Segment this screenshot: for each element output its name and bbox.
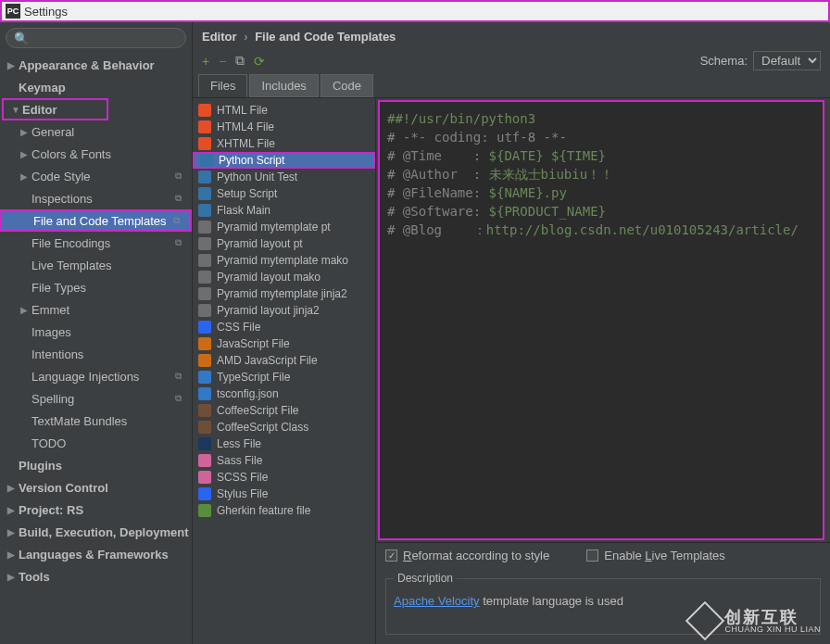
tree-node-file-and-code-templates[interactable]: File and Code Templates⧉ [0,209,192,232]
template-item-pyramid-layout-jinja2[interactable]: Pyramid layout jinja2 [193,302,375,319]
tree-node-code-style[interactable]: ▶Code Style⧉ [0,165,192,187]
file-label: Python Unit Test [217,170,297,183]
add-button[interactable]: + [202,54,209,69]
file-label: TypeScript File [217,371,290,384]
apache-velocity-link[interactable]: Apache Velocity [394,594,480,608]
tree-node-build-execution-deployment[interactable]: ▶Build, Execution, Deployment [0,521,192,543]
gk-file-icon [198,504,211,517]
template-item-coffeescript-class[interactable]: CoffeeScript Class [193,419,375,436]
titlebar: PC Settings [0,0,830,22]
tree-node-live-templates[interactable]: Live Templates [0,254,192,276]
search-input[interactable]: 🔍 [6,28,186,48]
tab-includes[interactable]: Includes [249,74,318,97]
txt-file-icon [198,271,211,284]
tree-node-tools[interactable]: ▶Tools [0,565,192,587]
tree-node-general[interactable]: ▶General [0,120,192,143]
tree-label: Plugins [19,459,62,473]
tree-node-languages-frameworks[interactable]: ▶Languages & Frameworks [0,543,192,565]
template-item-pyramid-layout-pt[interactable]: Pyramid layout pt [193,235,375,252]
window-title: Settings [24,5,68,19]
tree-node-language-injections[interactable]: Language Injections⧉ [0,365,192,387]
settings-tree[interactable]: ▶Appearance & BehaviorKeymap▼Editor▶Gene… [0,54,192,644]
tree-node-todo[interactable]: TODO [0,432,192,454]
template-item-pyramid-layout-mako[interactable]: Pyramid layout mako [193,269,375,285]
file-label: Less File [217,437,261,450]
template-item-coffeescript-file[interactable]: CoffeeScript File [193,402,375,419]
template-options: ✓ Reformat according to style Enable Liv… [376,542,830,568]
css-file-icon [198,321,211,334]
tree-node-inspections[interactable]: Inspections⧉ [0,187,192,209]
tree-node-colors-fonts[interactable]: ▶Colors & Fonts [0,143,192,165]
template-item-pyramid-mytemplate-mako[interactable]: Pyramid mytemplate mako [193,252,375,269]
file-label: Sass File [217,454,262,467]
tree-label: Keymap [19,81,66,95]
template-item-flask-main[interactable]: Flask Main [193,202,375,219]
tree-node-plugins[interactable]: Plugins [0,454,192,476]
copy-button[interactable]: ⧉ [235,53,245,69]
template-item-gherkin-feature-file[interactable]: Gherkin feature file [193,502,375,519]
tree-node-spelling[interactable]: Spelling⧉ [0,387,192,410]
template-item-setup-script[interactable]: Setup Script [193,185,375,202]
tree-node-textmate-bundles[interactable]: TextMate Bundles [0,410,192,432]
schema-select[interactable]: Default [753,51,821,70]
tree-node-emmet[interactable]: ▶Emmet [0,298,192,321]
template-item-amd-javascript-file[interactable]: AMD JavaScript File [193,352,375,369]
tree-node-keymap[interactable]: Keymap [0,76,192,98]
tab-files[interactable]: Files [198,74,247,97]
reformat-label: Reformat according to style [403,549,549,562]
breadcrumb-leaf: File and Code Templates [255,30,396,44]
template-item-typescript-file[interactable]: TypeScript File [193,369,375,385]
template-item-stylus-file[interactable]: Stylus File [193,486,375,502]
tree-label: File Types [31,281,86,295]
less-file-icon [198,437,211,450]
project-scope-icon: ⧉ [175,237,186,248]
template-item-tsconfig-json[interactable]: tsconfig.json [193,385,375,402]
remove-button[interactable]: − [219,54,226,69]
txt-file-icon [198,254,211,267]
template-item-less-file[interactable]: Less File [193,436,375,452]
file-label: tsconfig.json [217,387,279,400]
expand-arrow-icon: ▶ [7,572,19,582]
template-item-python-unit-test[interactable]: Python Unit Test [193,169,375,185]
tree-label: Languages & Frameworks [19,548,169,562]
tree-node-file-encodings[interactable]: File Encodings⧉ [0,232,192,254]
ts-file-icon [198,387,211,400]
tree-label: Colors & Fonts [31,147,111,161]
template-item-html4-file[interactable]: HTML4 File [193,119,375,135]
template-item-css-file[interactable]: CSS File [193,319,375,335]
file-label: CSS File [217,321,260,334]
template-editor[interactable]: ##!/usr/bin/python3 # -*- coding: utf-8 … [378,100,824,540]
tree-node-file-types[interactable]: File Types [0,276,192,298]
tree-node-appearance-behavior[interactable]: ▶Appearance & Behavior [0,54,192,76]
enable-live-templates-checkbox[interactable]: Enable Live Templates [586,549,725,562]
tree-node-project-rs[interactable]: ▶Project: RS [0,499,192,521]
checkbox-icon [586,549,598,562]
template-item-xhtml-file[interactable]: XHTML File [193,135,375,152]
expand-arrow-icon: ▶ [7,483,19,493]
tree-node-images[interactable]: Images [0,321,192,343]
template-item-html-file[interactable]: HTML File [193,102,375,119]
template-file-list[interactable]: HTML FileHTML4 FileXHTML FilePython Scri… [193,98,376,644]
py-file-icon [200,154,213,167]
refresh-button[interactable]: ⟳ [254,54,265,69]
file-label: Pyramid layout mako [217,271,321,284]
tree-label: Spelling [31,392,74,406]
template-item-javascript-file[interactable]: JavaScript File [193,335,375,352]
tab-code[interactable]: Code [321,74,373,97]
tree-node-intentions[interactable]: Intentions [0,343,192,365]
tree-node-version-control[interactable]: ▶Version Control [0,476,192,499]
file-label: CoffeeScript Class [217,421,308,434]
template-item-pyramid-mytemplate-pt[interactable]: Pyramid mytemplate pt [193,219,375,235]
project-scope-icon: ⧉ [175,393,186,404]
txt-file-icon [198,237,211,250]
py-file-icon [198,170,211,183]
template-item-scss-file[interactable]: SCSS File [193,469,375,486]
file-label: CoffeeScript File [217,404,298,417]
tree-node-editor[interactable]: ▼Editor [2,98,108,120]
template-item-sass-file[interactable]: Sass File [193,452,375,469]
cf-file-icon [198,421,211,434]
file-label: HTML File [217,104,268,117]
reformat-checkbox[interactable]: ✓ Reformat according to style [385,549,549,562]
template-item-python-script[interactable]: Python Script [193,152,375,169]
template-item-pyramid-mytemplate-jinja2[interactable]: Pyramid mytemplate jinja2 [193,285,375,302]
